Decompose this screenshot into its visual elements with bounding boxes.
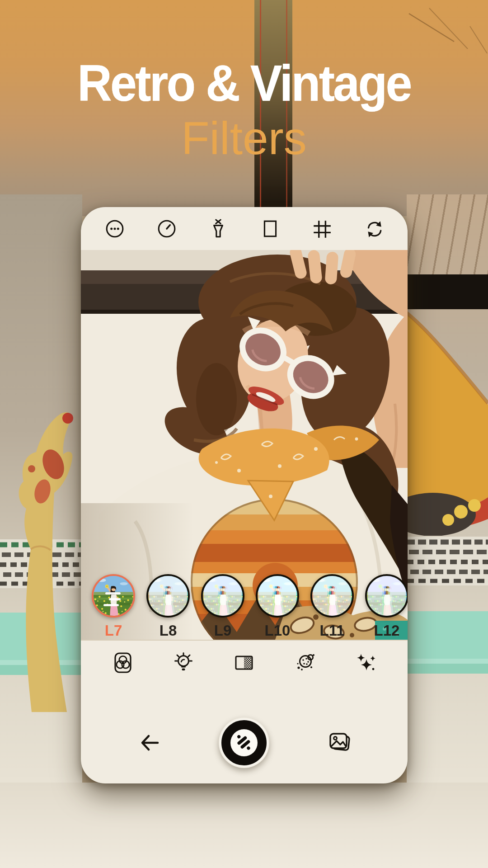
glitch-arrows-overlay <box>102 592 129 610</box>
dither-icon[interactable] <box>233 652 255 674</box>
background-hand-figure <box>0 400 82 712</box>
filters-icon[interactable] <box>112 652 134 674</box>
brightness-bulb-icon[interactable] <box>173 652 194 674</box>
background-left-wall <box>0 194 82 783</box>
camera-app-card: L7 L8 <box>81 207 408 783</box>
filter-thumb-preview <box>256 574 299 618</box>
filter-thumb-preview <box>201 574 244 618</box>
aspect-ratio-icon[interactable] <box>260 218 281 239</box>
filter-thumb-l12[interactable]: L12 <box>365 574 408 639</box>
right-wood-texture <box>407 194 488 274</box>
filter-thumb-l9[interactable]: L9 <box>201 574 244 639</box>
background-arm-figure <box>407 307 488 536</box>
filter-thumb-l10[interactable]: L10 <box>256 574 299 639</box>
right-black-band <box>407 274 488 309</box>
filter-thumb-preview <box>310 574 354 618</box>
page-subtitle: Filters <box>0 112 488 165</box>
filter-thumb-l7[interactable]: L7 <box>92 574 135 639</box>
page-title: Retro & Vintage <box>17 53 471 113</box>
grain-icon[interactable] <box>294 652 316 674</box>
filter-label: L10 <box>256 622 299 639</box>
filter-label: L9 <box>201 622 244 639</box>
screenshot-stage: Retro & Vintage Filters <box>0 0 488 868</box>
filter-thumb-preview <box>146 574 190 618</box>
filter-label: L12 <box>365 622 408 639</box>
background-right-wall <box>407 194 488 783</box>
filter-label: L8 <box>146 622 190 639</box>
camera-bottom-bar <box>81 685 408 783</box>
shutter-button[interactable] <box>219 717 269 768</box>
filter-thumb-preview <box>365 574 408 618</box>
flash-off-icon[interactable] <box>208 218 229 239</box>
more-options-icon[interactable] <box>104 218 125 239</box>
camera-toolbar <box>81 207 408 250</box>
filter-thumb-l11[interactable]: L11 <box>310 574 354 639</box>
filter-thumb-preview <box>92 574 135 618</box>
back-arrow-button[interactable] <box>137 730 163 755</box>
effects-sparkles-icon[interactable] <box>355 652 376 674</box>
background-bottom-wall <box>0 783 488 868</box>
filter-label: L11 <box>310 622 354 639</box>
effects-toolbar <box>81 640 408 685</box>
right-stripe-band <box>407 537 488 585</box>
right-teal-band <box>407 611 488 674</box>
grid-icon[interactable] <box>311 218 332 239</box>
filter-thumb-l8[interactable]: L8 <box>146 574 190 639</box>
timer-icon[interactable] <box>156 218 177 239</box>
filter-strip: L7 L8 <box>81 574 408 646</box>
gallery-icon[interactable] <box>327 730 353 756</box>
filter-label: L7 <box>92 622 135 639</box>
flip-camera-icon[interactable] <box>363 218 384 239</box>
